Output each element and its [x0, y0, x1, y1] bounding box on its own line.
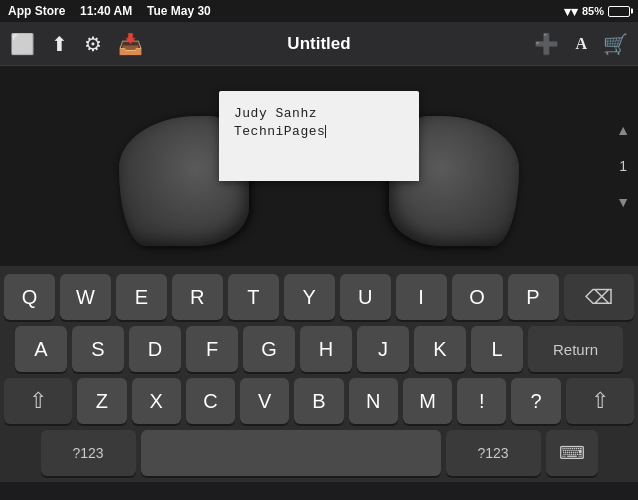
key-num-left[interactable]: ?123: [41, 430, 136, 476]
scroll-up-arrow[interactable]: ▲: [616, 122, 630, 138]
new-doc-button[interactable]: ⬜: [10, 32, 35, 56]
date-label: Tue May 30: [147, 4, 211, 18]
key-a[interactable]: A: [15, 326, 67, 372]
key-delete[interactable]: [564, 274, 635, 320]
page-number: 1: [619, 158, 627, 174]
key-b[interactable]: B: [294, 378, 343, 424]
keyboard-row-1: Q W E R T Y U I O P: [4, 274, 634, 320]
scroll-down-arrow[interactable]: ▼: [616, 194, 630, 210]
shift-right-icon: [591, 388, 609, 414]
key-x[interactable]: X: [132, 378, 181, 424]
settings-button[interactable]: ⚙: [84, 32, 102, 56]
key-shift-right[interactable]: [566, 378, 634, 424]
shift-left-icon: [29, 388, 47, 414]
status-bar: App Store 11:40 AM Tue May 30 ▾▾ 85%: [0, 0, 638, 22]
toolbar: ⬜ ⬆ ⚙ 📥 Untitled ➕ A 🛒: [0, 22, 638, 66]
keyboard-row-2: A S D F G H J K L Return: [4, 326, 634, 372]
keyboard-row-3: Z X C V B N M ! ?: [4, 378, 634, 424]
key-exclamation[interactable]: !: [457, 378, 506, 424]
key-c[interactable]: C: [186, 378, 235, 424]
key-shift-left[interactable]: [4, 378, 72, 424]
typewriter-container: Judy Sanhz TechniPages: [119, 76, 519, 256]
key-s[interactable]: S: [72, 326, 124, 372]
carrier-label: App Store: [8, 4, 65, 18]
key-j[interactable]: J: [357, 326, 409, 372]
key-v[interactable]: V: [240, 378, 289, 424]
key-h[interactable]: H: [300, 326, 352, 372]
key-l[interactable]: L: [471, 326, 523, 372]
battery-percent: 85%: [582, 5, 604, 17]
key-k[interactable]: K: [414, 326, 466, 372]
keyboard: Q W E R T Y U I O P A S D F G H J K L Re…: [0, 266, 638, 482]
backspace-icon: [585, 285, 613, 309]
key-g[interactable]: G: [243, 326, 295, 372]
cart-button[interactable]: 🛒: [603, 32, 628, 56]
key-f[interactable]: F: [186, 326, 238, 372]
key-return[interactable]: Return: [528, 326, 623, 372]
toolbar-title: Untitled: [216, 34, 422, 54]
key-r[interactable]: R: [172, 274, 223, 320]
add-button[interactable]: ➕: [534, 32, 559, 56]
keyboard-row-4: ?123 ?123 ⌨: [4, 430, 634, 476]
text-cursor: [325, 125, 326, 138]
key-m[interactable]: M: [403, 378, 452, 424]
key-o[interactable]: O: [452, 274, 503, 320]
battery-icon: [608, 6, 630, 17]
emoji-icon: ⌨: [559, 442, 585, 464]
inbox-button[interactable]: 📥: [118, 32, 143, 56]
toolbar-right: ➕ A 🛒: [422, 32, 628, 56]
key-i[interactable]: I: [396, 274, 447, 320]
key-space[interactable]: [141, 430, 441, 476]
key-num-right[interactable]: ?123: [446, 430, 541, 476]
key-emoji[interactable]: ⌨: [546, 430, 598, 476]
scroll-indicator: ▲ 1 ▼: [616, 122, 630, 210]
key-n[interactable]: N: [349, 378, 398, 424]
key-e[interactable]: E: [116, 274, 167, 320]
key-z[interactable]: Z: [77, 378, 126, 424]
share-button[interactable]: ⬆: [51, 32, 68, 56]
status-right: ▾▾ 85%: [564, 4, 630, 19]
paper[interactable]: Judy Sanhz TechniPages: [219, 91, 419, 181]
key-t[interactable]: T: [228, 274, 279, 320]
key-q[interactable]: Q: [4, 274, 55, 320]
document-area: Judy Sanhz TechniPages ▲ 1 ▼: [0, 66, 638, 266]
toolbar-left: ⬜ ⬆ ⚙ 📥: [10, 32, 216, 56]
document-text: Judy Sanhz TechniPages: [234, 106, 325, 139]
key-y[interactable]: Y: [284, 274, 335, 320]
text-style-button[interactable]: A: [575, 35, 587, 53]
key-p[interactable]: P: [508, 274, 559, 320]
key-w[interactable]: W: [60, 274, 111, 320]
key-u[interactable]: U: [340, 274, 391, 320]
time-label: 11:40 AM: [80, 4, 132, 18]
wifi-icon: ▾▾: [564, 4, 578, 19]
key-question[interactable]: ?: [511, 378, 560, 424]
status-left: App Store 11:40 AM Tue May 30: [8, 4, 211, 18]
key-d[interactable]: D: [129, 326, 181, 372]
